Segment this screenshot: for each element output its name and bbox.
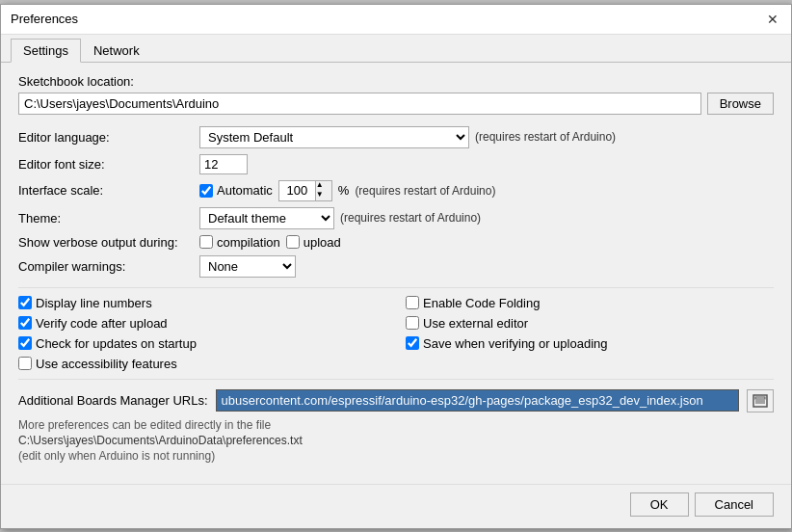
enable-code-folding-label: Enable Code Folding [406,296,774,310]
display-line-numbers-label: Display line numbers [18,296,386,310]
check-updates-label: Check for updates on startup [18,336,386,351]
title-bar: Preferences ✕ [1,5,791,35]
spinner-arrows: ▲ ▼ [316,181,331,200]
interface-scale-note: (requires restart of Arduino) [355,184,495,198]
verify-code-checkbox[interactable] [18,316,32,330]
editor-language-note: (requires restart of Arduino) [475,130,616,144]
theme-control: Default theme Dark theme Light theme (re… [199,207,774,229]
theme-select[interactable]: Default theme Dark theme Light theme [199,207,334,229]
verbose-output-label: Show verbose output during: [18,235,192,250]
sketchbook-section: Sketchbook location: Browse [18,74,774,115]
verbose-output-control: compilation upload [199,235,774,250]
check-updates-text: Check for updates on startup [36,336,197,351]
editor-language-control: System Default English French German (re… [199,126,774,148]
more-prefs-section: More preferences can be edited directly … [18,418,774,463]
accessibility-text: Use accessibility features [36,357,177,371]
sketchbook-label: Sketchbook location: [18,74,774,89]
external-editor-checkbox[interactable] [406,316,419,330]
upload-checkbox-label: upload [286,235,341,250]
scale-up-button[interactable]: ▲ [316,181,331,191]
cancel-button[interactable]: Cancel [695,492,774,517]
more-prefs-info: More preferences can be edited directly … [18,418,774,432]
dialog-title: Preferences [11,12,78,26]
sketchbook-input[interactable] [18,93,701,115]
settings-grid: Editor language: System Default English … [18,126,774,278]
compiler-warnings-label: Compiler warnings: [18,259,192,274]
tabs-bar: Settings Network [1,35,791,63]
font-size-input[interactable] [199,154,248,174]
window-icon [752,394,768,408]
upload-checkbox[interactable] [286,235,300,249]
check-updates-checkbox[interactable] [18,336,32,350]
tab-settings[interactable]: Settings [11,39,81,63]
browse-button[interactable]: Browse [707,93,774,115]
compilation-checkbox[interactable] [199,235,213,249]
theme-label: Theme: [18,211,192,226]
save-when-verifying-text: Save when verifying or uploading [423,336,608,351]
external-editor-label: Use external editor [406,316,774,331]
scale-spinner: ▲ ▼ [278,180,332,201]
automatic-checkbox-label: Automatic [199,183,273,198]
editor-font-size-label: Editor font size: [18,157,192,172]
compiler-warnings-select[interactable]: None Default More All [199,255,296,278]
interface-scale-control: Automatic ▲ ▼ % (requires restart of Ard… [199,180,774,201]
display-line-numbers-text: Display line numbers [36,296,152,310]
additional-boards-input[interactable] [216,389,739,412]
scale-down-button[interactable]: ▼ [316,191,331,200]
automatic-label: Automatic [217,183,273,198]
settings-content: Sketchbook location: Browse Editor langu… [1,63,791,484]
enable-code-folding-text: Enable Code Folding [423,296,540,310]
close-button[interactable]: ✕ [764,11,781,28]
save-when-verifying-checkbox[interactable] [406,336,419,350]
external-editor-text: Use external editor [423,316,528,331]
save-when-verifying-label: Save when verifying or uploading [406,336,774,351]
prefs-file-path: C:\Users\jayes\Documents\ArduinoData\pre… [18,434,774,447]
footer: OK Cancel [1,484,791,528]
verify-code-text: Verify code after upload [36,316,168,331]
additional-boards-icon-button[interactable] [747,389,774,412]
scale-value-input[interactable] [279,181,316,200]
accessibility-label: Use accessibility features [18,357,386,371]
editor-font-size-control [199,154,774,174]
editor-language-label: Editor language: [18,130,192,145]
ok-button[interactable]: OK [630,492,689,517]
accessibility-checkbox[interactable] [18,357,32,370]
preferences-dialog: Preferences ✕ Settings Network Sketchboo… [0,4,792,529]
display-line-numbers-checkbox[interactable] [18,296,32,309]
tab-network[interactable]: Network [81,39,152,63]
compilation-checkbox-label: compilation [199,235,280,250]
edit-note: (edit only when Arduino is not running) [18,449,774,463]
enable-code-folding-checkbox[interactable] [406,296,419,309]
additional-boards-row: Additional Boards Manager URLs: [18,389,774,412]
compilation-label: compilation [217,235,280,250]
editor-language-select[interactable]: System Default English French German [199,126,469,148]
scale-unit: % [338,183,350,198]
verify-code-label: Verify code after upload [18,316,386,331]
upload-label: upload [304,235,341,250]
compiler-warnings-control: None Default More All [199,255,774,278]
theme-note: (requires restart of Arduino) [340,211,481,225]
checkboxes-section: Display line numbers Enable Code Folding… [18,287,774,380]
interface-scale-label: Interface scale: [18,183,192,198]
additional-boards-label: Additional Boards Manager URLs: [18,393,208,408]
svg-rect-1 [755,397,765,399]
automatic-checkbox[interactable] [199,184,213,198]
sketchbook-row: Browse [18,93,774,115]
